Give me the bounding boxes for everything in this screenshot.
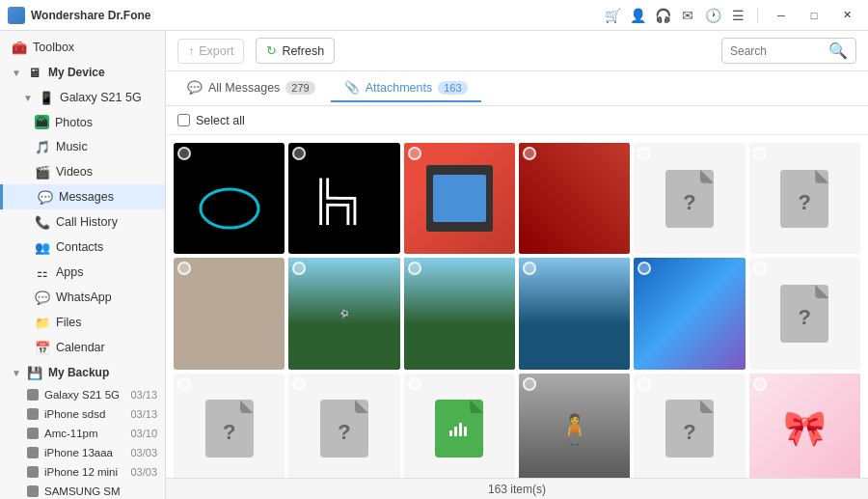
sidebar-item-my-backup[interactable]: ▼ 💾 My Backup xyxy=(0,360,165,385)
sidebar-item-apps[interactable]: ⚏ Apps xyxy=(0,260,165,285)
sidebar-item-music[interactable]: 🎵 Music xyxy=(0,134,165,159)
grid-item-16[interactable]: 🧍 xyxy=(519,374,630,478)
item1-checkbox[interactable] xyxy=(177,147,191,160)
cart-icon[interactable]: 🛒 xyxy=(603,6,622,25)
grid-item-18[interactable]: 🎀 xyxy=(749,374,860,478)
status-bar: 163 item(s) xyxy=(166,478,868,499)
backup-item-iphone13[interactable]: iPhone 13aaa 03/03 xyxy=(0,443,165,462)
user-icon[interactable]: 👤 xyxy=(628,6,647,25)
search-icon: 🔍 xyxy=(828,42,848,60)
sidebar-item-whatsapp[interactable]: 💬 WhatsApp xyxy=(0,285,165,310)
audio-icon xyxy=(448,419,471,438)
select-all-checkbox[interactable] xyxy=(177,114,190,126)
image-grid-area: ╠╗ xyxy=(166,135,868,478)
backup-icon: 💾 xyxy=(27,365,42,380)
item15-checkbox[interactable] xyxy=(408,377,421,391)
backup-item-galaxy[interactable]: Galaxy S21 5G 03/13 xyxy=(0,385,165,404)
grid-item-1[interactable] xyxy=(174,143,285,254)
tab-all-messages-count: 279 xyxy=(285,81,314,95)
sidebar-item-messages[interactable]: 💬 Messages xyxy=(0,184,165,209)
music-icon: 🎵 xyxy=(35,139,50,154)
expand-arrow-backup-icon: ▼ xyxy=(12,368,21,378)
monitor-icon: 🖥 xyxy=(27,65,42,80)
item12-checkbox[interactable] xyxy=(753,262,767,275)
svg-rect-3 xyxy=(454,427,457,436)
sidebar: 🧰 Toolbox ▼ 🖥 My Device ▼ 📱 Galaxy S21 5… xyxy=(0,31,166,499)
grid-item-11[interactable] xyxy=(634,258,745,369)
grid-item-10[interactable] xyxy=(519,258,630,369)
search-input[interactable] xyxy=(730,44,825,58)
sidebar-item-galaxy[interactable]: ▼ 📱 Galaxy S21 5G xyxy=(0,85,165,110)
titlebar: Wondershare Dr.Fone 🛒 👤 🎧 ✉ 🕐 ☰ ─ □ ✕ xyxy=(0,0,868,31)
item4-checkbox[interactable] xyxy=(523,147,536,160)
grid-item-17[interactable]: ? xyxy=(634,374,745,478)
app-title: Wondershare Dr.Fone xyxy=(31,9,603,22)
files-label: Files xyxy=(56,316,81,329)
backup-item-iphone12mini[interactable]: iPhone 12 mini 03/03 xyxy=(0,462,165,482)
item17-checkbox[interactable] xyxy=(637,377,651,391)
backup-item-iphone-sdsd[interactable]: iPhone sdsd 03/13 xyxy=(0,404,165,424)
tab-all-messages[interactable]: 💬 All Messages 279 xyxy=(174,74,329,102)
backup-item-amc[interactable]: Amc-11pm 03/10 xyxy=(0,424,165,443)
item3-checkbox[interactable] xyxy=(408,147,421,160)
tab-attachments-count: 163 xyxy=(438,81,467,95)
mail-icon[interactable]: ✉ xyxy=(678,6,697,25)
grid-item-3[interactable] xyxy=(404,143,515,254)
maximize-button[interactable]: □ xyxy=(800,5,827,26)
sidebar-item-calendar[interactable]: 📅 Calendar xyxy=(0,335,165,360)
grid-item-15[interactable] xyxy=(404,374,515,478)
music-label: Music xyxy=(56,140,88,153)
device-icon2 xyxy=(27,408,39,420)
sidebar-item-contacts[interactable]: 👥 Contacts xyxy=(0,235,165,260)
backup-amc-date: 03/10 xyxy=(130,428,157,439)
export-label: Export xyxy=(199,44,233,58)
backup-iphone13-date: 03/03 xyxy=(130,447,157,458)
grid-item-5[interactable]: ? xyxy=(634,143,745,254)
clock-icon[interactable]: 🕐 xyxy=(703,6,722,25)
svg-text:╠╗: ╠╗ xyxy=(311,178,366,226)
item14-checkbox[interactable] xyxy=(292,377,306,391)
sidebar-item-my-device[interactable]: ▼ 🖥 My Device xyxy=(0,60,165,85)
grid-item-7[interactable] xyxy=(174,258,285,369)
grid-item-9[interactable] xyxy=(404,258,515,369)
titlebar-actions: 🛒 👤 🎧 ✉ 🕐 ☰ ─ □ ✕ xyxy=(603,5,860,26)
backup-iphone-sdsd-date: 03/13 xyxy=(130,408,157,420)
item16-checkbox[interactable] xyxy=(523,377,536,391)
calendar-icon: 📅 xyxy=(35,340,50,355)
menu-icon[interactable]: ☰ xyxy=(728,6,747,25)
select-all-label[interactable]: Select all xyxy=(177,114,245,127)
calligraphy-svg: ╠╗ xyxy=(301,155,388,242)
grid-item-14[interactable]: ? xyxy=(288,374,399,478)
sidebar-item-videos[interactable]: 🎬 Videos xyxy=(0,159,165,184)
grid-item-8[interactable]: ⚽ xyxy=(288,258,399,369)
refresh-button[interactable]: ↻ Refresh xyxy=(256,38,335,64)
item9-checkbox[interactable] xyxy=(408,262,421,275)
backup-item-samsung[interactable]: SAMSUNG SM xyxy=(0,482,165,499)
device-icon4 xyxy=(27,447,39,458)
export-button[interactable]: ↑ Export xyxy=(177,39,244,64)
close-button[interactable]: ✕ xyxy=(833,5,860,26)
grid-item-2[interactable]: ╠╗ xyxy=(288,143,399,254)
drawing-svg xyxy=(186,155,273,242)
calendar-label: Calendar xyxy=(56,341,105,354)
search-box[interactable]: 🔍 xyxy=(721,38,856,64)
sidebar-item-files[interactable]: 📁 Files xyxy=(0,310,165,335)
image-grid: ╠╗ xyxy=(174,143,860,478)
main-layout: 🧰 Toolbox ▼ 🖥 My Device ▼ 📱 Galaxy S21 5… xyxy=(0,31,868,499)
sidebar-item-photos[interactable]: 🏔 Photos xyxy=(0,110,165,134)
tab-attachments[interactable]: 📎 Attachments 163 xyxy=(331,74,481,102)
grid-item-12[interactable]: ? xyxy=(749,258,860,369)
item6-checkbox[interactable] xyxy=(753,147,767,160)
grid-item-13[interactable]: ? xyxy=(174,374,285,478)
grid-item-4[interactable] xyxy=(519,143,630,254)
grid-item-6[interactable]: ? xyxy=(749,143,860,254)
headset-icon[interactable]: 🎧 xyxy=(653,6,672,25)
sidebar-item-call-history[interactable]: 📞 Call History xyxy=(0,209,165,235)
minimize-button[interactable]: ─ xyxy=(768,5,795,26)
sidebar-item-toolbox[interactable]: 🧰 Toolbox xyxy=(0,35,165,60)
item18-checkbox[interactable] xyxy=(753,377,767,391)
backup-galaxy-date: 03/13 xyxy=(130,389,157,401)
select-all-text: Select all xyxy=(196,114,245,127)
content-area: ↑ Export ↻ Refresh 🔍 💬 All Messages 279 … xyxy=(166,31,868,499)
item13-checkbox[interactable] xyxy=(177,377,191,391)
